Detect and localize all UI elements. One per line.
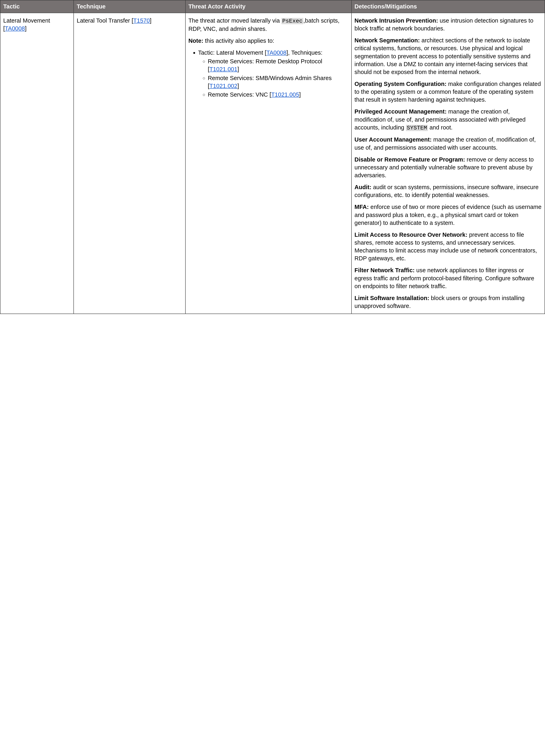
detection-item: Limit Software Installation: block users… <box>355 294 542 310</box>
header-tactic: Tactic <box>0 0 74 13</box>
cell-technique: Lateral Tool Transfer [T1570] <box>74 13 185 314</box>
detection-item: Limit Access to Resource Over Network: p… <box>355 231 542 263</box>
detection-item: Disable or Remove Feature or Program: re… <box>355 156 542 179</box>
bracket-close: ] <box>150 17 151 24</box>
tactic-link[interactable]: TA0008 <box>5 25 25 32</box>
subitem-close: ] <box>237 83 239 89</box>
subtechnique-link[interactable]: T1021.001 <box>209 66 237 72</box>
header-row: Tactic Technique Threat Actor Activity D… <box>0 0 545 13</box>
detection-title: Disable or Remove Feature or Program: <box>355 156 465 163</box>
cell-activity: The threat actor moved laterally via PsE… <box>185 13 352 314</box>
detection-item: MFA: enforce use of two or more pieces o… <box>355 203 542 227</box>
detection-title: Privileged Account Management: <box>355 108 447 115</box>
subitem-close: ] <box>237 66 239 72</box>
detection-title: Network Segmentation: <box>355 37 420 44</box>
note-label: Note: <box>188 38 203 44</box>
tactic-link-inline[interactable]: TA0008 <box>266 49 286 56</box>
detection-body-after: and root. <box>428 124 453 131</box>
code-psexec: PsExec <box>282 18 304 24</box>
table-row: Lateral Movement [TA0008] Lateral Tool T… <box>0 13 545 314</box>
detection-title: Limit Software Installation: <box>355 295 429 301</box>
subtechnique-link[interactable]: T1021.002 <box>209 83 237 89</box>
header-detections: Detections/Mitigations <box>352 0 545 13</box>
activity-intro-before: The threat actor moved laterally via <box>188 17 282 24</box>
header-activity: Threat Actor Activity <box>185 0 352 13</box>
subitem-close: ] <box>299 91 301 98</box>
detection-title: Network Intrusion Prevention: <box>355 17 438 24</box>
detection-body: enforce use of two or more pieces of evi… <box>355 204 542 226</box>
detection-item: Privileged Account Management: manage th… <box>355 108 542 132</box>
detection-title: MFA: <box>355 204 369 210</box>
list-item: Remote Services: SMB/Windows Admin Share… <box>208 74 349 90</box>
bracket-close: ] <box>25 25 26 32</box>
bullet-prefix: Tactic: Lateral Movement [ <box>198 49 266 56</box>
note-text: this activity also applies to: <box>203 38 274 44</box>
detection-item: Network Segmentation: architect sections… <box>355 36 542 76</box>
detection-title: Audit: <box>355 184 372 190</box>
tactic-name: Lateral Movement <box>3 17 50 24</box>
detection-title: User Account Management: <box>355 136 432 143</box>
list-item: Remote Services: Remote Desktop Protocol… <box>208 57 349 73</box>
activity-note: Note: this activity also applies to: <box>188 37 349 45</box>
activity-sublist: Remote Services: Remote Desktop Protocol… <box>208 57 349 99</box>
technique-link[interactable]: T1570 <box>133 17 150 24</box>
detection-item: Operating System Configuration: make con… <box>355 80 542 104</box>
bracket-open: [ <box>3 25 5 32</box>
mitre-table: Tactic Technique Threat Actor Activity D… <box>0 0 545 314</box>
code-system: SYSTEM <box>406 125 428 131</box>
detection-item: Audit: audit or scan systems, permission… <box>355 183 542 199</box>
detection-body: audit or scan systems, permissions, inse… <box>355 184 539 198</box>
activity-intro: The threat actor moved laterally via PsE… <box>188 17 349 33</box>
activity-list: Tactic: Lateral Movement [TA0008], Techn… <box>198 49 349 99</box>
header-technique: Technique <box>74 0 185 13</box>
cell-detections: Network Intrusion Prevention: use intrus… <box>352 13 545 314</box>
bullet-suffix: ], Techniques: <box>287 49 323 56</box>
list-item: Tactic: Lateral Movement [TA0008], Techn… <box>198 49 349 99</box>
technique-name: Lateral Tool Transfer <box>77 17 130 24</box>
detection-title: Limit Access to Resource Over Network: <box>355 231 468 238</box>
list-item: Remote Services: VNC [T1021.005] <box>208 91 349 99</box>
cell-tactic: Lateral Movement [TA0008] <box>0 13 74 314</box>
subitem-text: Remote Services: VNC [ <box>208 91 271 98</box>
detection-item: User Account Management: manage the crea… <box>355 136 542 151</box>
subtechnique-link[interactable]: T1021.005 <box>271 91 299 98</box>
detection-item: Network Intrusion Prevention: use intrus… <box>355 17 542 32</box>
detection-title: Filter Network Traffic: <box>355 267 415 273</box>
detection-item: Filter Network Traffic: use network appl… <box>355 266 542 290</box>
detection-title: Operating System Configuration: <box>355 81 447 87</box>
